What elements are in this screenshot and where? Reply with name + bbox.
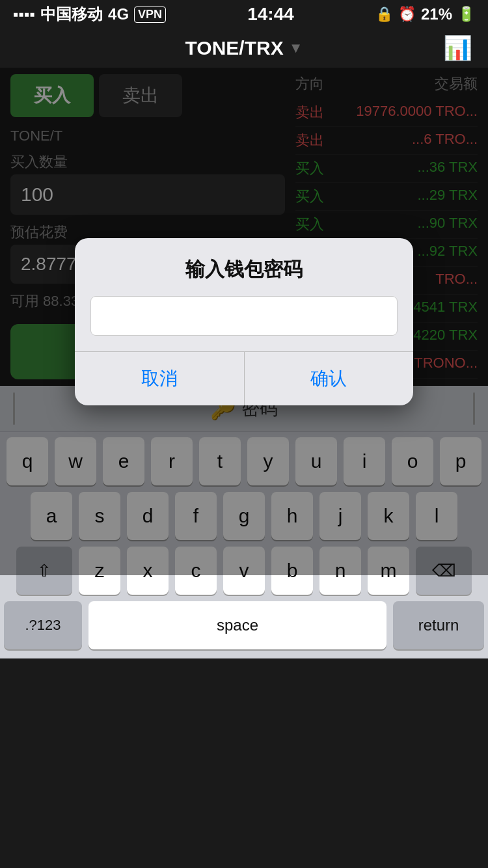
status-bar: ▪▪▪▪ 中国移动 4G VPN 14:44 🔒 ⏰ 21% 🔋 <box>0 0 488 29</box>
alarm-icon: ⏰ <box>398 6 416 23</box>
modal-input-wrapper[interactable] <box>90 296 398 336</box>
modal-box: 输入钱包密码 取消 确认 <box>75 238 413 405</box>
return-key[interactable]: return <box>393 601 484 649</box>
vpn-badge: VPN <box>134 7 166 23</box>
confirm-button[interactable]: 确认 <box>245 352 414 405</box>
modal-overlay: 输入钱包密码 取消 确认 <box>0 68 488 575</box>
lock-icon: 🔒 <box>375 6 393 23</box>
modal-title: 输入钱包密码 <box>75 238 413 296</box>
num-special-key[interactable]: .?123 <box>4 601 82 649</box>
pair-title: TONE/TRX <box>185 37 284 59</box>
status-left: ▪▪▪▪ 中国移动 4G VPN <box>13 4 166 25</box>
pair-dropdown-arrow: ▼ <box>289 40 303 57</box>
signal-icon: ▪▪▪▪ <box>13 5 35 23</box>
network-type: 4G <box>108 5 129 23</box>
status-time: 14:44 <box>247 4 294 25</box>
header: TONE/TRX ▼ 📊 <box>0 29 488 68</box>
battery-percent: 21% <box>421 5 452 23</box>
battery-icon: 🔋 <box>457 6 475 23</box>
key-row-4: .?123 space return <box>4 601 484 656</box>
header-title[interactable]: TONE/TRX ▼ <box>185 37 303 59</box>
modal-buttons: 取消 确认 <box>75 351 413 405</box>
carrier-label: 中国移动 <box>40 4 103 25</box>
space-key[interactable]: space <box>88 601 386 649</box>
password-input[interactable] <box>100 306 388 326</box>
cancel-button[interactable]: 取消 <box>75 352 245 405</box>
status-right: 🔒 ⏰ 21% 🔋 <box>375 5 475 23</box>
chart-icon[interactable]: 📊 <box>443 34 472 62</box>
